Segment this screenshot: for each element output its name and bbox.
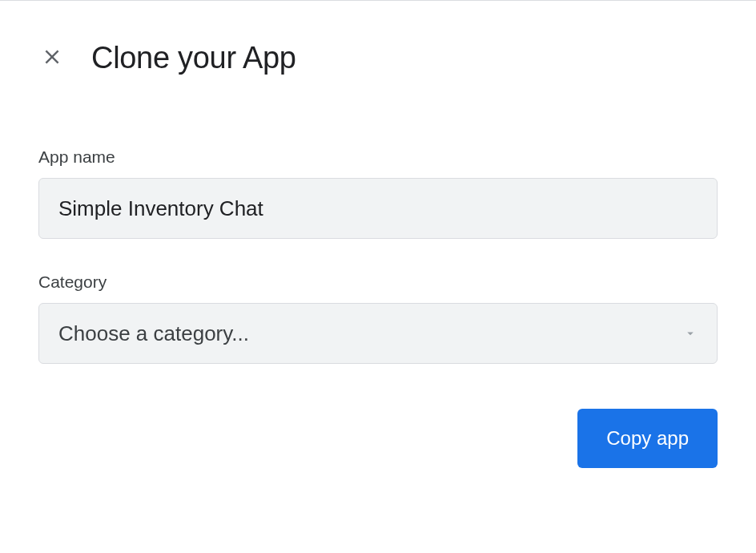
dialog-header: Clone your App: [38, 41, 718, 75]
category-label: Category: [38, 272, 718, 292]
dialog-actions: Copy app: [38, 409, 718, 468]
category-select-value: Choose a category...: [58, 321, 249, 346]
app-name-field-group: App name: [38, 147, 718, 239]
category-field-group: Category Choose a category...: [38, 272, 718, 364]
app-name-input[interactable]: [38, 178, 718, 239]
category-select[interactable]: Choose a category...: [38, 303, 718, 364]
chevron-down-icon: [683, 326, 698, 341]
copy-app-button[interactable]: Copy app: [577, 409, 718, 468]
app-name-label: App name: [38, 147, 718, 167]
clone-app-dialog: Clone your App App name Category Choose …: [0, 1, 756, 507]
dialog-title: Clone your App: [91, 41, 296, 75]
close-button[interactable]: [38, 43, 66, 73]
close-icon: [42, 46, 62, 70]
